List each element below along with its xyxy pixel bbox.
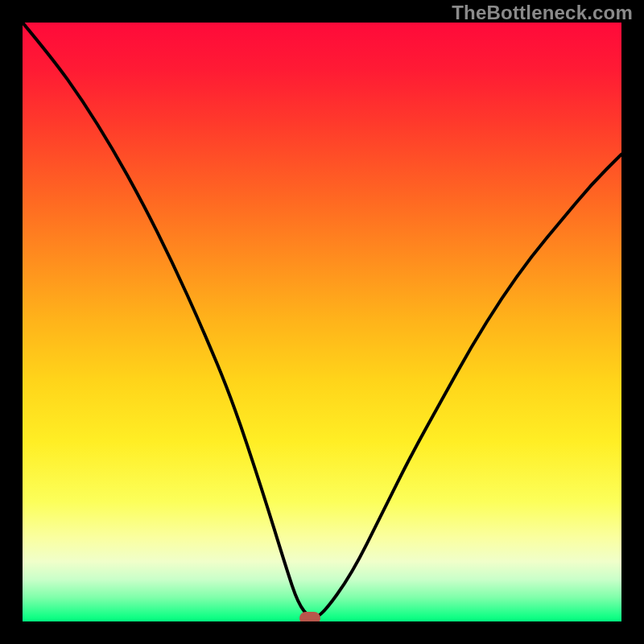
chart-frame: TheBottleneck.com <box>0 0 644 644</box>
plot-area <box>23 23 621 621</box>
curve-layer <box>23 23 621 621</box>
bottleneck-curve <box>23 23 621 617</box>
watermark-text: TheBottleneck.com <box>452 2 633 24</box>
optimal-point-marker <box>299 612 320 621</box>
